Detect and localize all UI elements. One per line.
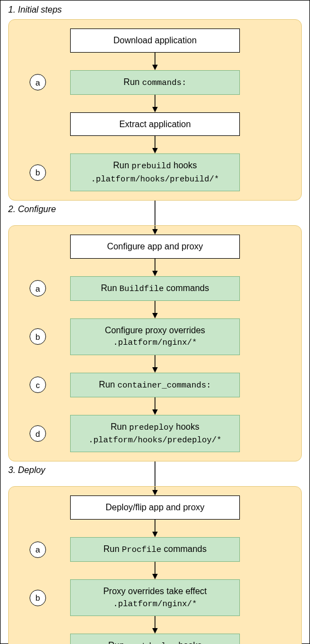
step-row: b Configure proxy overrides .platform/ng… <box>13 318 297 355</box>
step-box: Run Buildfile commands <box>70 276 240 301</box>
step-mono: container_commands: <box>117 381 211 390</box>
step-box: Proxy overrides take effect .platform/ng… <box>70 579 240 616</box>
arrow-icon <box>13 487 297 495</box>
step-text: commands <box>162 544 207 554</box>
step-box: Run Procfile commands <box>70 537 240 562</box>
step-row: Extract application <box>13 112 297 136</box>
step-path: .platform/hooks/predeploy/* <box>88 436 221 445</box>
step-path: .platform/nginx/* <box>113 600 197 609</box>
step-text: Proxy overrides take effect <box>103 586 206 596</box>
step-text: hooks <box>174 422 199 431</box>
step-box: Run container_commands: <box>70 373 240 397</box>
step-row: b Proxy overrides take effect .platform/… <box>13 579 297 616</box>
step-box: Configure proxy overrides .platform/ngin… <box>70 318 240 355</box>
step-badge: a <box>30 280 46 297</box>
step-badge: a <box>30 74 46 90</box>
step-mono: predeploy <box>129 423 174 432</box>
step-box: Download application <box>70 29 240 53</box>
step-row: c Run postdeploy hooks .platform/hooks/p… <box>13 634 297 644</box>
diagram-container: 1. Initial steps Download application a … <box>0 0 310 644</box>
step-box: Run prebuild hooks .platform/hooks/prebu… <box>70 153 240 191</box>
step-badge: d <box>30 425 46 442</box>
step-row: b Run prebuild hooks .platform/hooks/pre… <box>13 153 297 191</box>
step-mono: prebuild <box>131 162 171 171</box>
section-deploy: Deploy/flip app and proxy a Run Procfile… <box>8 486 302 644</box>
step-text: commands <box>164 283 209 293</box>
svg-marker-1 <box>152 65 158 70</box>
arrow-icon <box>13 562 297 579</box>
step-box: Deploy/flip app and proxy <box>70 495 240 520</box>
step-box: Extract application <box>70 112 240 136</box>
step-mono: Procfile <box>122 545 162 555</box>
svg-marker-3 <box>152 107 158 112</box>
section-configure: Configure app and proxy a Run Buildfile … <box>8 225 302 461</box>
step-row: a Run Buildfile commands <box>13 276 297 301</box>
step-box: Run postdeploy hooks .platform/hooks/pos… <box>70 634 240 644</box>
step-text: Run <box>124 77 142 87</box>
step-row: a Run commands: <box>13 70 297 95</box>
step-row: a Run Procfile commands <box>13 537 297 562</box>
arrow-icon <box>13 95 297 112</box>
svg-marker-12 <box>152 313 158 318</box>
step-badge: b <box>30 164 46 181</box>
svg-marker-19 <box>152 490 158 495</box>
svg-marker-16 <box>152 409 158 415</box>
step-text: Deploy/flip app and proxy <box>106 503 205 512</box>
svg-marker-5 <box>152 148 158 153</box>
step-row: c Run container_commands: <box>13 373 297 397</box>
arrow-icon <box>13 259 297 276</box>
step-text: Run <box>111 422 129 431</box>
step-badge: b <box>30 328 46 345</box>
step-text: Run <box>108 641 127 644</box>
svg-marker-10 <box>152 271 158 276</box>
svg-marker-25 <box>152 628 158 634</box>
step-path: .platform/hooks/prebuild/* <box>91 175 219 184</box>
step-badge: b <box>30 590 46 606</box>
step-text: Configure app and proxy <box>107 242 203 251</box>
step-row: Configure app and proxy <box>13 235 297 259</box>
svg-marker-21 <box>152 532 158 537</box>
step-box: Run predeploy hooks .platform/hooks/pred… <box>70 415 240 453</box>
step-box: Run commands: <box>70 70 240 95</box>
arrow-icon <box>13 397 297 415</box>
arrow-icon <box>13 520 297 537</box>
arrow-icon <box>13 301 297 318</box>
arrow-icon <box>13 136 297 153</box>
step-badge: c <box>30 377 46 393</box>
arrow-icon <box>13 616 297 634</box>
arrow-icon <box>13 355 297 373</box>
step-text: Run <box>99 380 118 389</box>
step-mono: postdeploy <box>127 642 176 644</box>
step-text: hooks <box>176 641 202 644</box>
svg-marker-8 <box>152 229 158 235</box>
arrow-icon <box>13 53 297 70</box>
step-badge: a <box>30 542 46 558</box>
step-row: d Run predeploy hooks .platform/hooks/pr… <box>13 415 297 453</box>
step-text: Download application <box>113 36 197 45</box>
step-text: hooks <box>171 161 197 170</box>
section-title-initial: 1. Initial steps <box>1 1 309 17</box>
step-text: Extract application <box>119 119 191 129</box>
step-text: Run <box>101 283 119 293</box>
step-text: Run <box>104 544 122 554</box>
step-mono: commands: <box>142 78 186 88</box>
arrow-icon <box>13 226 297 235</box>
svg-marker-23 <box>152 574 158 579</box>
step-row: Deploy/flip app and proxy <box>13 495 297 520</box>
step-path: .platform/nginx/* <box>113 338 197 347</box>
step-mono: Buildfile <box>119 284 164 294</box>
section-initial: Download application a Run commands: Ext… <box>8 19 302 201</box>
step-row: Download application <box>13 29 297 53</box>
step-box: Configure app and proxy <box>70 235 240 259</box>
step-text: Run <box>113 161 132 170</box>
svg-marker-14 <box>152 367 158 373</box>
step-text: Configure proxy overrides <box>105 326 205 335</box>
